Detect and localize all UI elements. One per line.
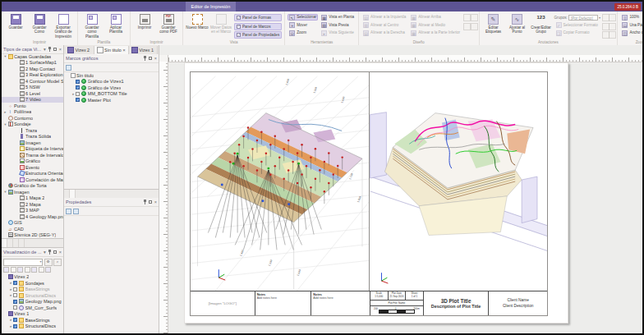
ribbon-button[interactable]: Crear/Editar Grupo: [530, 12, 553, 35]
tree-item[interactable]: Traza: [2, 127, 63, 134]
chevron-down-icon[interactable]: ▾: [44, 47, 46, 52]
tree-item[interactable]: Sin titulo: [64, 72, 159, 79]
ribbon-panel-toggle[interactable]: Panel de Formas: [234, 14, 282, 21]
checkbox[interactable]: [13, 324, 17, 328]
tree-item[interactable]: Geology Map.png: [2, 299, 63, 305]
maximize-icon[interactable]: [53, 48, 58, 52]
pin-icon[interactable]: [48, 47, 51, 52]
checkbox[interactable]: [76, 98, 80, 102]
toolbar-icon[interactable]: [31, 267, 37, 273]
maximize-icon[interactable]: [53, 250, 58, 255]
tree-item[interactable]: Evento: [2, 164, 63, 171]
ribbon-button[interactable]: Editar Etiquetas: [482, 12, 505, 35]
ribbon-panel-toggle[interactable]: Panel de Propiedades: [234, 31, 282, 39]
menu-tab-editor-de-impresion[interactable]: Editor de Impresión: [186, 2, 236, 11]
annotation-icon[interactable]: [609, 23, 616, 30]
ribbon-button[interactable]: Alinear al Centro: [361, 22, 407, 29]
ribbon-button[interactable]: Guardar: [4, 12, 27, 39]
menu-tab[interactable]: [25, 2, 36, 11]
ribbon-button[interactable]: Seleccionar: [288, 14, 318, 21]
tree-item[interactable]: 2 Map Contact: [2, 66, 63, 72]
toolbar-icon[interactable]: [66, 65, 71, 71]
tree-item[interactable]: GIS: [2, 220, 63, 227]
ribbon-panel-toggle[interactable]: Panel de Marcos: [234, 23, 282, 30]
notes-cell-1[interactable]: Notes Add notes here: [255, 291, 312, 315]
checkbox[interactable]: [76, 92, 80, 96]
panel-tab[interactable]: [64, 190, 70, 198]
tree-item[interactable]: Gráfico: [2, 158, 63, 165]
pin-icon[interactable]: [143, 56, 146, 61]
ribbon-button[interactable]: Copiar Formato: [554, 30, 600, 36]
chevron-down-icon[interactable]: ▾: [44, 250, 46, 255]
checkbox[interactable]: [13, 318, 17, 322]
close-icon[interactable]: ×: [122, 48, 126, 53]
ribbon-button[interactable]: Seleccionar Formato: [554, 22, 600, 29]
tree-item[interactable]: 4 Geology Map.png: [2, 213, 63, 220]
toolbar-icon[interactable]: [45, 267, 51, 273]
maximize-icon[interactable]: [149, 57, 153, 61]
checkbox[interactable]: [13, 287, 17, 291]
tree-item[interactable]: StructuralDiscs: [2, 324, 63, 330]
tree-item[interactable]: Vizex 2: [2, 274, 63, 281]
tree-item[interactable]: 2 Mapa: [2, 201, 63, 208]
ribbon-button[interactable]: Zoom: [288, 30, 318, 36]
expander-icon[interactable]: [3, 189, 7, 195]
tree-item[interactable]: 3 Real Exploration: [2, 72, 63, 79]
menu-tab[interactable]: [111, 2, 122, 11]
menu-tab[interactable]: [122, 2, 132, 11]
ribbon-button[interactable]: Alinear Arriba: [409, 14, 462, 21]
tree-item[interactable]: Sondajes: [2, 280, 63, 287]
close-icon[interactable]: ×: [59, 250, 62, 255]
plot-info-cell[interactable]: Scale 1:5,000 Plot Date 21 Sep 2024 Shee…: [370, 291, 424, 315]
ribbon-button[interactable]: Ajustar al Punto: [506, 12, 529, 35]
menu-tab[interactable]: [15, 2, 25, 11]
tree-item[interactable]: Gráfico de Torta: [2, 183, 63, 190]
annotation-icon[interactable]: [609, 14, 616, 21]
ribbon-button[interactable]: Guardar Como: [28, 12, 51, 39]
filter-input[interactable]: [3, 259, 43, 266]
master-plot-frame[interactable]: 1,400 1,500 1,600 1,700 1,800 1,400 1,50…: [190, 71, 548, 316]
menu-tab[interactable]: [4, 2, 15, 11]
menu-tab[interactable]: [90, 2, 100, 11]
menu-tab[interactable]: [47, 2, 58, 11]
tree-item[interactable]: BaseStrings: [2, 317, 63, 324]
print-page[interactable]: 1,400 1,500 1,600 1,700 1,800 1,400 1,50…: [184, 62, 568, 324]
groups-dropdown-value[interactable]: [Por Defecto]: [568, 15, 598, 21]
copy-icon[interactable]: [66, 209, 71, 214]
menu-tab[interactable]: [100, 2, 111, 11]
ribbon-button[interactable]: Exportar Gráfico de Impresión: [52, 12, 75, 39]
notes-cell-2[interactable]: Notes Add notes here: [311, 291, 370, 315]
ribbon-button[interactable]: Alinear a la Izquierda: [361, 14, 407, 21]
tree-item[interactable]: Estructura Orientada: [2, 171, 63, 177]
tree-item[interactable]: StructuralDiscs: [2, 292, 63, 299]
tree-item[interactable]: 1 SurfaceMap1: [2, 60, 63, 67]
tree-item[interactable]: 5 NSW: [2, 85, 63, 91]
tree-item[interactable]: 6 Level: [2, 90, 63, 97]
expander-icon[interactable]: [3, 122, 7, 127]
client-cell[interactable]: Client Name Client Description: [489, 291, 547, 315]
toolbar-icon[interactable]: [25, 267, 30, 273]
toolbar-icon[interactable]: [11, 267, 16, 273]
ribbon-button[interactable]: Mover: [288, 22, 318, 29]
ribbon-button[interactable]: Vista Previa: [320, 22, 356, 29]
ribbon-button[interactable]: Alinear a la Derecha: [361, 30, 407, 36]
tree-item[interactable]: BaseStrings: [2, 287, 63, 293]
panel-tab[interactable]: [2, 239, 7, 247]
menu-tab[interactable]: [58, 2, 68, 11]
checkbox[interactable]: [13, 281, 17, 285]
close-icon[interactable]: ×: [59, 47, 62, 52]
tree-item[interactable]: Vizex 1: [2, 311, 63, 318]
ribbon-button[interactable]: Guardar como Plantilla: [80, 12, 104, 39]
toolbar-icon[interactable]: [3, 267, 9, 273]
ribbon-button[interactable]: Imprimir: [133, 12, 156, 35]
ribbon-button[interactable]: Una Página: [620, 22, 642, 29]
menu-tab[interactable]: [164, 2, 175, 11]
menu-tab[interactable]: [175, 2, 186, 11]
plot-title-cell[interactable]: 3D Plot Title Description of Plot Title: [424, 291, 490, 315]
ribbon-button[interactable]: Vista Siguiente: [320, 30, 356, 36]
ribbon-button[interactable]: 100%: [620, 14, 642, 21]
annotation-icon[interactable]: [609, 31, 616, 39]
tree-item[interactable]: Sondaje: [2, 122, 63, 128]
menu-tab[interactable]: [154, 2, 164, 11]
tree-item[interactable]: Gráfico de Vizex: [64, 85, 159, 91]
